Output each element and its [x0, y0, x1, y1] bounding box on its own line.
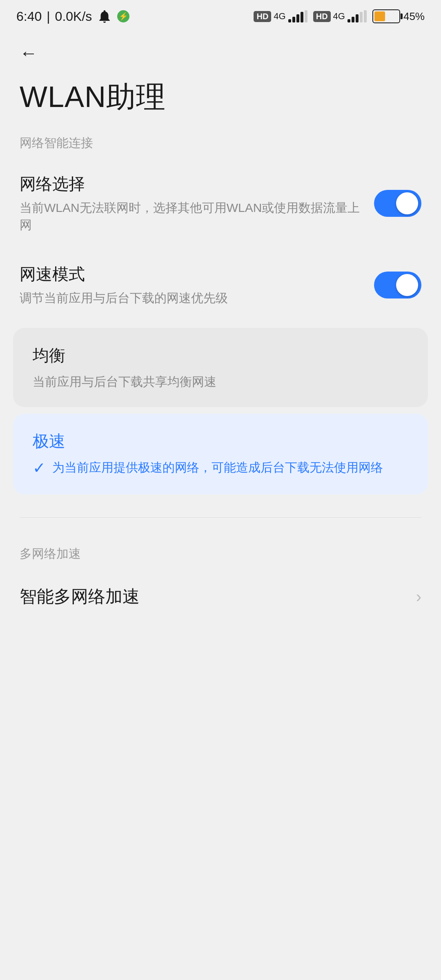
alarm-icon [97, 9, 112, 24]
status-time: 6:40 [16, 9, 42, 24]
signal-group-1: HD 4G [254, 10, 307, 22]
nav-bar: ← [0, 29, 441, 69]
status-right: HD 4G HD 4G [254, 9, 425, 23]
network-badge-2: 4G [333, 11, 345, 22]
speed-options-container: 均衡 当前应用与后台下载共享均衡网速 极速 ✓ 为当前应用提供极速的网络，可能造… [0, 321, 441, 508]
check-icon: ✓ [33, 458, 46, 478]
status-speed: 0.0K/s [55, 9, 92, 24]
multi-network-title: 智能多网络加速 [20, 585, 140, 608]
main-content: 网络智能连接 网络选择 当前WLAN无法联网时，选择其他可用WLAN或使用数据流… [0, 117, 441, 641]
battery-container: 45% [372, 9, 425, 23]
hd-badge-2: HD [313, 11, 331, 22]
balanced-title: 均衡 [33, 344, 408, 367]
status-bar: 6:40 | 0.0K/s ⚡ HD 4G HD 4G [0, 0, 441, 29]
network-badge-1: 4G [274, 11, 285, 22]
hd-badge-1: HD [254, 11, 271, 22]
status-left: 6:40 | 0.0K/s ⚡ [16, 9, 129, 24]
network-selection-text: 网络选择 当前WLAN无法联网时，选择其他可用WLAN或使用数据流量上网 [20, 173, 374, 234]
speed-mode-text: 网速模式 调节当前应用与后台下载的网速优先级 [20, 263, 374, 307]
signal-bars-1 [288, 10, 307, 22]
balanced-desc: 当前应用与后台下载共享均衡网速 [33, 372, 408, 391]
back-button[interactable]: ← [16, 41, 41, 65]
bolt-icon: ⚡ [117, 10, 129, 22]
section-label-multi: 多网络加速 [0, 528, 441, 569]
speed-option-turbo[interactable]: 极速 ✓ 为当前应用提供极速的网络，可能造成后台下载无法使用网络 [13, 414, 428, 494]
toggle-track-speed [374, 272, 421, 298]
speed-option-balanced[interactable]: 均衡 当前应用与后台下载共享均衡网速 [13, 328, 428, 407]
toggle-thumb-network [396, 192, 418, 214]
network-selection-toggle[interactable] [374, 190, 421, 217]
page-title: WLAN助理 [20, 78, 421, 117]
battery-fill [374, 11, 385, 21]
battery-percent: 45% [403, 10, 425, 23]
multi-network-item[interactable]: 智能多网络加速 › [0, 569, 441, 624]
turbo-row: ✓ 为当前应用提供极速的网络，可能造成后台下载无法使用网络 [33, 458, 408, 478]
signal-bars-2 [347, 10, 367, 22]
speed-mode-title: 网速模式 [20, 263, 362, 285]
section-divider [20, 517, 421, 518]
section-label-smart: 网络智能连接 [0, 117, 441, 158]
network-selection-title: 网络选择 [20, 173, 362, 195]
toggle-track-network [374, 190, 421, 217]
network-selection-desc: 当前WLAN无法联网时，选择其他可用WLAN或使用数据流量上网 [20, 199, 362, 234]
speed-mode-item[interactable]: 网速模式 调节当前应用与后台下载的网速优先级 [0, 248, 441, 321]
chevron-right-icon: › [416, 588, 421, 606]
turbo-title: 极速 [33, 430, 408, 452]
back-arrow-icon: ← [20, 43, 38, 63]
network-selection-item[interactable]: 网络选择 当前WLAN无法联网时，选择其他可用WLAN或使用数据流量上网 [0, 158, 441, 248]
speed-mode-toggle[interactable] [374, 272, 421, 298]
status-divider: | [47, 9, 50, 24]
toggle-thumb-speed [396, 274, 418, 296]
battery [372, 9, 400, 23]
signal-group-2: HD 4G [313, 10, 367, 22]
speed-mode-desc: 调节当前应用与后台下载的网速优先级 [20, 290, 362, 307]
page-title-container: WLAN助理 [0, 69, 441, 117]
turbo-desc: 为当前应用提供极速的网络，可能造成后台下载无法使用网络 [52, 458, 383, 477]
